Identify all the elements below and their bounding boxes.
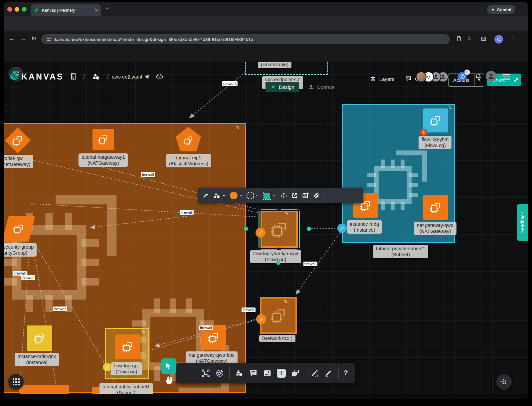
reload-button[interactable]: ↻ [31, 35, 36, 42]
chip-icon [268, 218, 290, 240]
address-bar[interactable]: kanvas.new/extension/meshmap?mode=design… [41, 34, 450, 44]
tab-design[interactable]: Design [266, 82, 299, 92]
fill-style-tool[interactable] [263, 193, 276, 199]
node-label[interactable]: tutorial-security-group (SecurityGroup) [4, 243, 37, 257]
comment-tool[interactable] [249, 369, 258, 378]
edge-link-handle[interactable] [256, 314, 266, 324]
layers-button[interactable]: Layers [369, 75, 394, 83]
node-flow-log-yhm[interactable] [423, 108, 448, 132]
organization-icon[interactable] [69, 72, 78, 81]
gemini-button[interactable]: ✦ Gemini [487, 5, 515, 14]
edge-link-handle[interactable] [103, 363, 111, 371]
node-label[interactable]: tutorial-private-subnet1 (Subnet) [373, 245, 428, 258]
tab-operate[interactable]: Operate [303, 82, 339, 92]
node-label[interactable]: tutorial-natgateway1 (NATGateway) [79, 153, 128, 167]
connection-dot[interactable] [244, 227, 248, 231]
open-in-new-icon[interactable] [291, 192, 298, 199]
back-button[interactable]: ← [9, 35, 15, 42]
border-style-tool[interactable] [247, 192, 260, 199]
mesh-components-tool[interactable] [201, 369, 210, 378]
tab-close-icon[interactable]: × [95, 8, 98, 13]
sidebar-search-icon[interactable] [480, 36, 487, 42]
freehand-draw-tool[interactable] [324, 369, 333, 378]
node-label[interactable]: flow log-yhm-kjh-xyw (FlowLog) [250, 250, 301, 263]
browser-menu-icon[interactable]: ⋮ [510, 35, 516, 42]
shape-style-tool[interactable] [213, 192, 226, 200]
save-page-icon[interactable] [456, 36, 462, 42]
color-tool[interactable] [230, 192, 243, 199]
window-close-button[interactable] [7, 7, 12, 12]
sparkle-icon: ✦ [491, 7, 495, 12]
share-link-button[interactable] [511, 77, 521, 83]
connection-dot[interactable] [307, 227, 311, 231]
node-label[interactable]: flow log-gpt (FlowLog) [111, 362, 142, 375]
chevron-up-icon [239, 193, 243, 198]
edge-link-handle[interactable] [256, 228, 266, 238]
collaborator-avatar[interactable] [416, 72, 427, 82]
new-tab-button[interactable]: + [105, 5, 109, 12]
node-label[interactable]: instance-mdq (Instance) [347, 220, 382, 234]
operate-mode-icon [308, 84, 314, 90]
node-partial[interactable] [19, 385, 69, 394]
notifications-bell-icon[interactable] [474, 73, 482, 81]
pan-tool[interactable] [164, 375, 174, 386]
help-button[interactable]: ? [344, 369, 348, 377]
node-network-acl[interactable] [260, 297, 297, 334]
connection-dot[interactable] [276, 261, 280, 265]
app-menu-icon[interactable] [502, 73, 510, 81]
cloud-sync-icon[interactable] [155, 73, 164, 81]
window-maximize-button[interactable] [22, 7, 27, 12]
resize-handle[interactable] [257, 207, 261, 211]
meshery-extension-icon[interactable] [144, 73, 151, 80]
node-label[interactable]: (NetworkACL) [259, 335, 295, 342]
shapes-tool[interactable] [235, 369, 244, 378]
node-label[interactable]: tutorial-igw (InternetGateway) [4, 155, 33, 168]
zoom-button[interactable] [496, 374, 512, 390]
node-label-name: nat gateway-qwo-bbc [189, 352, 235, 358]
rename-tool-icon[interactable] [280, 192, 287, 199]
node-label[interactable]: flow log-yhm (FlowLog) [419, 136, 451, 149]
divider [229, 367, 230, 379]
chevron-up-icon [321, 193, 326, 198]
site-settings-icon[interactable] [46, 37, 52, 42]
resize-handle[interactable] [277, 207, 281, 211]
resize-marker-icon [448, 105, 452, 110]
node-flow-log-gpt[interactable] [115, 334, 140, 359]
image-tool[interactable] [263, 369, 272, 378]
node-label[interactable]: instance-mdq-gnx (Instance) [15, 353, 59, 366]
group-tool[interactable] [313, 192, 326, 199]
design-file-name[interactable]: aws ec2.yaml [112, 74, 142, 80]
node-label[interactable]: nat gateway-qwo (NATGateway) [414, 222, 456, 235]
user-avatar[interactable] [486, 71, 496, 82]
bookmark-star-icon[interactable]: ☆ [466, 35, 472, 42]
node-label-type: (FlowLog) [422, 142, 448, 148]
dot-grid-button[interactable] [8, 374, 24, 389]
kubernetes-tool[interactable] [215, 369, 224, 378]
forward-button[interactable]: → [20, 35, 26, 42]
browser-tab[interactable]: Kanvas | Meshery × [31, 4, 101, 16]
edge-link-handle[interactable] [337, 224, 347, 233]
add-image-tool-icon[interactable] [302, 192, 309, 199]
cursor-icon [165, 362, 173, 370]
node-instance-gnx[interactable] [27, 325, 52, 351]
designs-icon[interactable] [92, 72, 101, 81]
resize-marker-icon [284, 211, 289, 215]
browser-profile-avatar[interactable]: C [494, 35, 503, 44]
chip-icon [182, 134, 195, 147]
node-nat-gateway-1[interactable] [92, 129, 114, 150]
node-nat-gateway-qwo[interactable] [423, 195, 448, 220]
select-tool[interactable] [161, 358, 176, 374]
kanvas-logo[interactable] [9, 71, 20, 82]
node-flow-log-selected[interactable] [259, 209, 300, 250]
edge-pen-tool[interactable] [310, 369, 319, 378]
resize-marker-icon [236, 125, 240, 129]
wrench-tool-icon[interactable] [202, 192, 209, 199]
node-label-name: flow log-gpt [114, 363, 139, 369]
text-tool[interactable]: T [277, 369, 286, 378]
resize-handle[interactable] [297, 207, 301, 211]
feedback-tab[interactable]: Feedback [517, 204, 528, 241]
node-label[interactable]: tutorial-eip1 (ElasticIPAddress) [166, 154, 211, 167]
note-tool[interactable] [291, 369, 300, 378]
window-minimize-button[interactable] [15, 7, 19, 12]
url-text[interactable]: kanvas.new/extension/meshmap?mode=design… [55, 37, 253, 42]
